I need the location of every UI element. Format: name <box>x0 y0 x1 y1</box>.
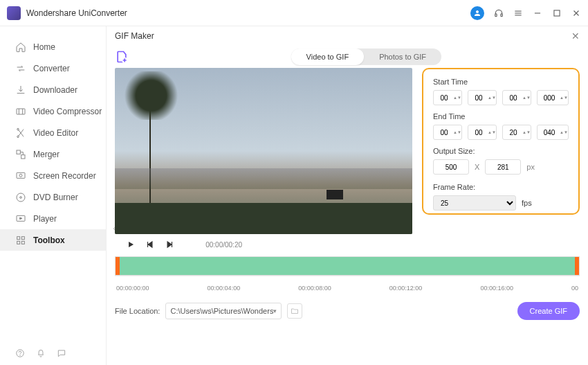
start-time-hh[interactable]: ▲▼ <box>433 90 462 105</box>
timeline-track[interactable] <box>115 256 580 276</box>
titlebar: Wondershare UniConverter <box>0 0 588 26</box>
playback-controls: 00:00/00:20 <box>115 234 412 252</box>
timeline-handle-end[interactable] <box>575 257 579 275</box>
panel-close-icon[interactable]: ✕ <box>571 30 580 42</box>
video-preview <box>115 68 412 234</box>
svg-rect-12 <box>17 150 20 154</box>
sidebar-item-dvd-burner[interactable]: DVD Burner <box>0 186 106 208</box>
chat-icon[interactable] <box>57 348 66 358</box>
notification-icon[interactable] <box>36 348 46 358</box>
sidebar-item-label: DVD Burner <box>33 193 78 202</box>
end-time-label: End Time <box>433 112 569 121</box>
sidebar-item-label: Downloader <box>33 85 77 95</box>
svg-point-10 <box>17 128 19 130</box>
headset-icon[interactable] <box>494 8 504 18</box>
svg-rect-9 <box>17 109 25 114</box>
sidebar-item-merger[interactable]: Merger <box>0 143 106 165</box>
app-logo-icon <box>7 6 21 20</box>
end-time-ss[interactable]: ▲▼ <box>502 125 531 140</box>
minimize-icon[interactable] <box>533 8 542 18</box>
svg-point-15 <box>19 174 22 177</box>
close-icon[interactable] <box>571 8 581 18</box>
sidebar-item-label: Video Editor <box>33 128 78 138</box>
svg-point-11 <box>17 136 19 138</box>
open-folder-button[interactable] <box>287 303 302 319</box>
sidebar-item-video-compressor[interactable]: Video Compressor <box>0 100 106 122</box>
add-media-icon[interactable] <box>115 50 129 64</box>
timeline-handle-start[interactable] <box>116 257 120 275</box>
tab-video-to-gif[interactable]: Video to GIF <box>291 48 365 65</box>
output-size-label: Output Size: <box>433 147 569 155</box>
sidebar-item-label: Player <box>33 214 57 224</box>
prev-icon[interactable] <box>145 240 155 249</box>
chevron-down-icon: ▾ <box>273 308 277 314</box>
start-time-label: Start Time <box>433 78 569 86</box>
svg-rect-20 <box>21 236 24 239</box>
sidebar-item-label: Home <box>33 42 55 52</box>
sidebar-item-label: Video Compressor <box>33 107 102 116</box>
hamburger-icon[interactable] <box>513 8 523 18</box>
timeline: 00:00:00:00 00:00:04:00 00:00:08:00 00:0… <box>115 252 580 294</box>
app-title: Wondershare UniConverter <box>26 8 127 18</box>
start-time-mm[interactable]: ▲▼ <box>468 90 497 105</box>
svg-rect-0 <box>495 14 497 17</box>
sidebar-item-home[interactable]: Home <box>0 36 106 57</box>
create-gif-button[interactable]: Create GIF <box>517 302 580 320</box>
svg-point-17 <box>20 196 22 198</box>
next-icon[interactable] <box>165 240 174 249</box>
svg-rect-19 <box>17 236 20 239</box>
svg-rect-21 <box>17 241 20 244</box>
svg-point-23 <box>17 350 24 357</box>
content-panel: GIF Maker ✕ Video to GIF Photos to GIF <box>106 26 588 365</box>
tab-switch: Video to GIF Photos to GIF <box>291 48 441 65</box>
svg-point-24 <box>20 355 21 356</box>
footer-icons <box>0 341 106 365</box>
sidebar-item-label: Converter <box>33 64 70 73</box>
start-time-ss[interactable]: ▲▼ <box>502 90 531 105</box>
px-unit: px <box>526 163 535 171</box>
sidebar-item-label: Screen Recorder <box>33 171 96 181</box>
maximize-icon[interactable] <box>552 8 562 18</box>
output-height[interactable] <box>485 159 521 175</box>
settings-panel: Start Time ▲▼ ▲▼ ▲▼ ▲▼ End Time ▲▼ ▲▼ ▲▼… <box>422 68 580 215</box>
end-time-hh[interactable]: ▲▼ <box>433 125 462 140</box>
sidebar-item-screen-recorder[interactable]: Screen Recorder <box>0 165 106 186</box>
svg-rect-14 <box>17 172 25 178</box>
sidebar-item-toolbox[interactable]: Toolbox <box>0 229 106 251</box>
frame-rate-label: Frame Rate: <box>433 183 569 191</box>
end-time-mm[interactable]: ▲▼ <box>468 125 497 140</box>
svg-rect-22 <box>21 241 24 244</box>
output-width[interactable] <box>433 159 469 175</box>
sidebar-item-label: Merger <box>33 150 59 159</box>
file-location-label: File Location: <box>115 307 160 315</box>
app-window: Wondershare UniConverter Home Converter … <box>0 0 588 365</box>
end-time-ms[interactable]: ▲▼ <box>537 125 569 140</box>
help-icon[interactable] <box>15 348 25 358</box>
sidebar-item-video-editor[interactable]: Video Editor <box>0 122 106 143</box>
svg-rect-13 <box>21 154 25 158</box>
time-display: 00:00/00:20 <box>205 241 242 249</box>
tab-photos-to-gif[interactable]: Photos to GIF <box>364 48 441 65</box>
sidebar-item-player[interactable]: Player <box>0 208 106 229</box>
play-icon[interactable] <box>126 240 136 249</box>
sidebar: Home Converter Downloader Video Compress… <box>0 26 106 365</box>
fps-unit: fps <box>522 199 532 207</box>
file-location-select[interactable]: C:\Users\ws\Pictures\Wonders ▾ <box>165 303 282 319</box>
size-separator: X <box>475 163 479 171</box>
frame-rate-select[interactable]: 25 <box>433 195 516 211</box>
start-time-ms[interactable]: ▲▼ <box>537 90 569 105</box>
avatar-icon[interactable] <box>470 6 484 20</box>
svg-point-16 <box>17 193 25 202</box>
timeline-ticks: 00:00:00:00 00:00:04:00 00:00:08:00 00:0… <box>115 276 580 294</box>
panel-title: GIF Maker <box>115 31 154 41</box>
sidebar-item-downloader[interactable]: Downloader <box>0 79 106 100</box>
svg-rect-6 <box>554 10 560 15</box>
svg-rect-1 <box>501 14 502 17</box>
sidebar-item-converter[interactable]: Converter <box>0 57 106 79</box>
sidebar-item-label: Toolbox <box>33 235 65 245</box>
